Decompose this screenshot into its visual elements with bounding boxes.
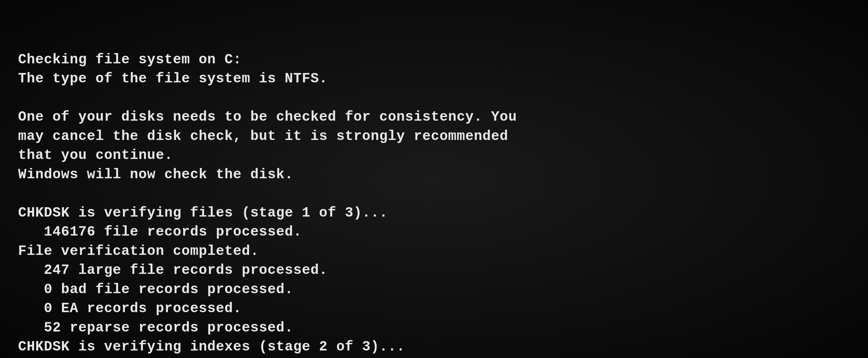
terminal-line: may cancel the disk check, but it is str… (18, 127, 517, 146)
terminal-line: Checking file system on C: (18, 50, 517, 69)
terminal-screen: Checking file system on C:The type of th… (0, 0, 868, 358)
terminal-line: 0 EA records processed. (18, 299, 517, 318)
terminal-line: 146176 file records processed. (18, 222, 517, 242)
terminal-line: that you continue. (18, 146, 517, 165)
terminal-line: CHKDSK is verifying indexes (stage 2 of … (18, 337, 517, 357)
terminal-line: Correcting error in index $I30 for file … (18, 357, 517, 358)
terminal-line (18, 89, 517, 108)
terminal-line: 247 large file records processed. (18, 261, 517, 280)
terminal-line: Windows will now check the disk. (18, 165, 517, 184)
terminal-line: The type of the file system is NTFS. (18, 69, 517, 88)
terminal-line: 0 bad file records processed. (18, 280, 517, 299)
terminal-line (18, 184, 517, 203)
terminal-line: CHKDSK is verifying files (stage 1 of 3)… (18, 204, 517, 222)
terminal-line: One of your disks needs to be checked fo… (18, 108, 517, 127)
terminal-line: 52 reparse records processed. (18, 319, 517, 337)
terminal-output: Checking file system on C:The type of th… (18, 12, 517, 358)
terminal-line: File verification completed. (18, 242, 517, 261)
